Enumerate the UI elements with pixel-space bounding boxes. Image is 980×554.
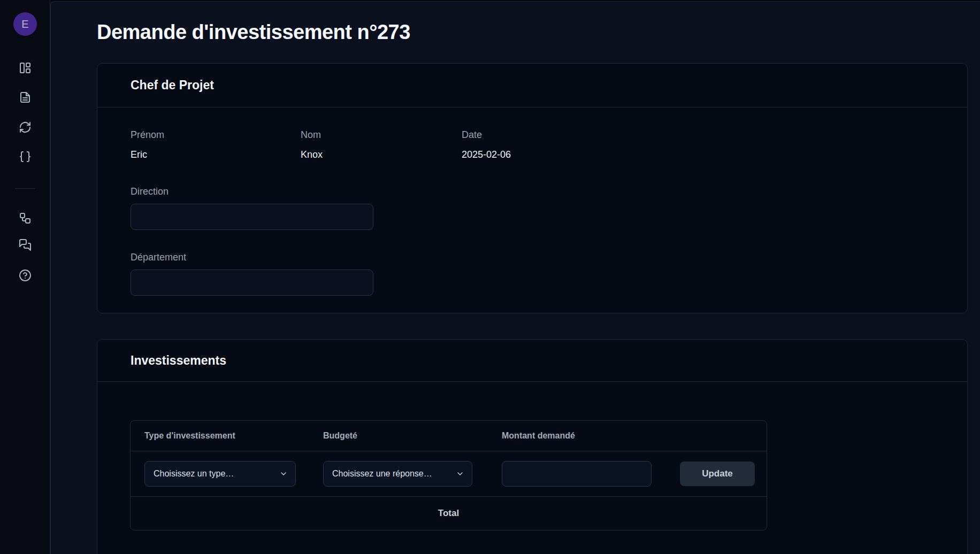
layout-icon: [19, 61, 32, 74]
nav-sync-button[interactable]: [19, 121, 32, 134]
total-label: Total: [438, 508, 459, 519]
nav-help-button[interactable]: [19, 269, 32, 282]
update-button[interactable]: Update: [680, 461, 755, 486]
messages-icon: [19, 238, 32, 251]
field-prenom: Prénom Eric: [131, 129, 301, 160]
direction-input[interactable]: [131, 204, 373, 230]
investments-card-title: Investissements: [97, 340, 967, 382]
field-value: 2025-02-06: [462, 149, 934, 160]
nav-documents-button[interactable]: [19, 91, 32, 104]
field-label: Prénom: [131, 129, 301, 141]
refresh-icon: [19, 121, 32, 134]
project-card-title: Chef de Projet: [97, 64, 967, 107]
page-title: Demande d'investissement n°273: [97, 21, 410, 44]
file-text-icon: [19, 91, 32, 104]
field-label: Date: [462, 129, 934, 141]
investment-type-select[interactable]: Choisissez un type…: [144, 461, 296, 487]
help-icon: [19, 269, 32, 282]
user-avatar[interactable]: E: [13, 12, 37, 36]
chevron-down-icon: [279, 470, 288, 478]
field-label: Nom: [301, 129, 462, 141]
field-date: Date 2025-02-06: [462, 129, 934, 160]
investments-table: Type d'investissement Budgeté Montant de…: [130, 420, 767, 530]
nav-dashboard-button[interactable]: [19, 61, 32, 74]
project-fields-row: Prénom Eric Nom Knox Date 2025-02-06: [131, 129, 934, 160]
direction-label: Direction: [131, 186, 934, 197]
sidebar-divider: [15, 188, 35, 189]
select-value: Choisissez un type…: [154, 469, 234, 479]
avatar-initial: E: [21, 18, 28, 30]
field-value: Knox: [301, 149, 462, 160]
investments-card: Investissements Type d'investissement Bu…: [97, 339, 968, 554]
field-value: Eric: [131, 149, 301, 160]
table-row: Choisissez un type… Choisissez une répon…: [131, 451, 767, 497]
nav-code-button[interactable]: [19, 150, 32, 163]
nav-workflow-button[interactable]: [19, 212, 32, 225]
sidebar: E: [0, 0, 50, 554]
amount-input[interactable]: [502, 461, 652, 487]
project-manager-card: Chef de Projet Prénom Eric Nom Knox Date…: [97, 63, 968, 313]
departement-input[interactable]: [131, 270, 373, 296]
budgeted-select[interactable]: Choisissez une réponse…: [323, 461, 472, 487]
field-nom: Nom Knox: [301, 129, 462, 160]
table-header-row: Type d'investissement Budgeté Montant de…: [131, 421, 767, 451]
chevron-down-icon: [456, 470, 464, 478]
nav-chat-button[interactable]: [19, 238, 32, 251]
column-header-type: Type d'investissement: [131, 421, 309, 451]
main-panel: Demande d'investissement n°273 Chef de P…: [50, 1, 980, 554]
column-header-amount: Montant demandé: [488, 421, 666, 451]
column-header-actions: [666, 421, 767, 451]
workflow-icon: [19, 212, 32, 225]
table-footer-row: Total: [131, 497, 767, 530]
column-header-budget: Budgeté: [309, 421, 488, 451]
select-value: Choisissez une réponse…: [332, 469, 432, 479]
braces-icon: [19, 150, 32, 163]
departement-label: Département: [131, 251, 934, 263]
